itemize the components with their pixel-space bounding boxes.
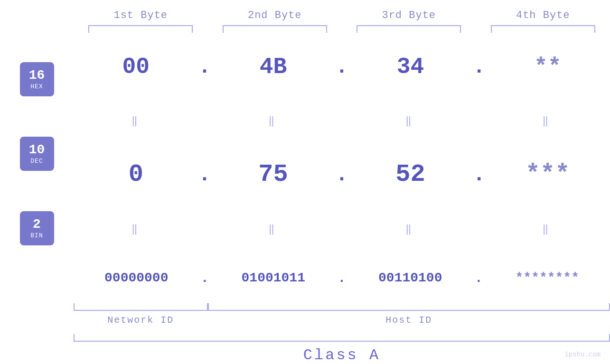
eq-sp-2 xyxy=(336,114,347,127)
eq-1-3: ‖ xyxy=(347,114,473,127)
class-bracket xyxy=(74,334,610,342)
hex-val-2: 4B xyxy=(211,56,336,78)
bracket-cell-1 xyxy=(74,25,208,33)
eq-2-1: ‖ xyxy=(74,223,199,235)
badges-column: 16 HEX 10 DEC 2 BIN xyxy=(0,33,74,303)
eq-2-3: ‖ xyxy=(347,223,473,235)
equals-row-1: ‖ ‖ ‖ ‖ xyxy=(74,114,610,127)
bracket-4 xyxy=(491,25,595,33)
main-container: 1st Byte 2nd Byte 3rd Byte 4th Byte 16 H… xyxy=(0,0,610,364)
host-id-bracket xyxy=(208,303,610,311)
bin-row: 00000000 . 01001011 . 00110100 . *******… xyxy=(74,271,610,286)
bin-val-2: 01001011 xyxy=(211,271,337,285)
bracket-cell-2 xyxy=(208,25,342,33)
eq-2-4: ‖ xyxy=(485,223,610,235)
dot-3-dec: . xyxy=(473,163,485,187)
byte-header-4: 4th Byte xyxy=(476,9,610,21)
id-labels: Network ID Host ID xyxy=(74,315,610,326)
byte-header-3: 3rd Byte xyxy=(342,9,476,21)
badge-dec-number: 10 xyxy=(29,143,45,158)
dot-1-dec: . xyxy=(198,163,211,187)
main-area: 16 HEX 10 DEC 2 BIN 00 . 4B xyxy=(0,33,610,303)
eq-sp-6 xyxy=(473,223,485,235)
badge-hex-label: HEX xyxy=(30,83,43,90)
eq-1-1: ‖ xyxy=(74,114,199,127)
dot-2-bin: . xyxy=(336,271,347,286)
bracket-3 xyxy=(357,25,461,33)
network-id-bracket xyxy=(74,303,208,311)
eq-sp-3 xyxy=(473,114,485,127)
dec-val-1: 0 xyxy=(74,162,198,187)
bracket-2 xyxy=(223,25,327,33)
dot-2-hex: . xyxy=(336,55,348,79)
bin-val-1: 00000000 xyxy=(74,271,199,285)
eq-sp-4 xyxy=(199,223,211,235)
dec-val-4: *** xyxy=(485,162,610,187)
badge-dec-label: DEC xyxy=(30,158,43,165)
dec-row: 0 . 75 . 52 . *** xyxy=(74,162,610,187)
network-id-label: Network ID xyxy=(74,315,208,326)
hex-val-1: 00 xyxy=(74,56,198,78)
top-brackets xyxy=(0,25,610,33)
class-banner: Class A xyxy=(0,334,610,364)
byte-header-1: 1st Byte xyxy=(74,9,208,21)
watermark: ipshu.com xyxy=(564,351,601,358)
eq-sp-5 xyxy=(336,223,347,235)
dot-1-hex: . xyxy=(198,55,211,79)
hex-val-3: 34 xyxy=(348,56,473,78)
class-label: Class A xyxy=(74,346,610,364)
eq-sp-1 xyxy=(199,114,211,127)
badge-hex: 16 HEX xyxy=(20,62,54,96)
bracket-cell-4 xyxy=(476,25,610,33)
dot-3-hex: . xyxy=(473,55,485,79)
byte-headers: 1st Byte 2nd Byte 3rd Byte 4th Byte xyxy=(0,9,610,21)
eq-1-2: ‖ xyxy=(211,114,337,127)
host-id-label: Host ID xyxy=(208,315,610,326)
bottom-brackets xyxy=(74,303,610,311)
byte-header-2: 2nd Byte xyxy=(208,9,342,21)
bottom-section: Network ID Host ID xyxy=(0,303,610,326)
data-grid: 00 . 4B . 34 . ** ‖ ‖ xyxy=(74,33,610,303)
hex-row: 00 . 4B . 34 . ** xyxy=(74,55,610,79)
dec-val-2: 75 xyxy=(211,162,336,187)
badge-bin-number: 2 xyxy=(33,217,41,232)
dot-3-bin: . xyxy=(473,271,485,286)
bin-val-3: 00110100 xyxy=(347,271,473,285)
dot-1-bin: . xyxy=(199,271,211,286)
bracket-cell-3 xyxy=(342,25,476,33)
eq-1-4: ‖ xyxy=(485,114,610,127)
equals-row-2: ‖ ‖ ‖ ‖ xyxy=(74,223,610,235)
badge-hex-number: 16 xyxy=(29,68,45,83)
bracket-1 xyxy=(88,25,193,33)
eq-2-2: ‖ xyxy=(211,223,337,235)
bin-val-4: ******** xyxy=(485,271,610,285)
badge-bin-label: BIN xyxy=(30,232,43,239)
badge-dec: 10 DEC xyxy=(20,137,54,171)
badge-bin: 2 BIN xyxy=(20,211,54,245)
dot-2-dec: . xyxy=(336,163,348,187)
dec-val-3: 52 xyxy=(348,162,473,187)
hex-val-4: ** xyxy=(485,56,610,78)
